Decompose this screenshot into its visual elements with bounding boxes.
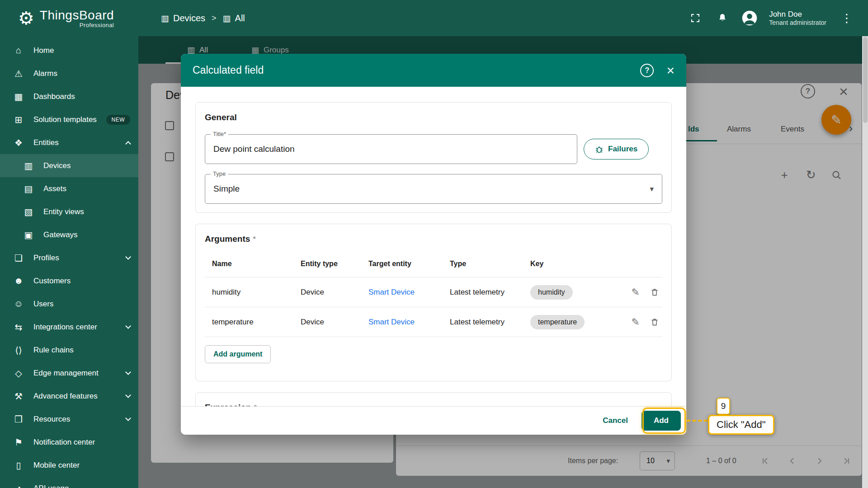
rule-chains-icon: ⟨⟩ — [13, 345, 24, 356]
users-icon: ☺ — [13, 299, 24, 309]
title-input[interactable]: Title* Dew point calculation — [205, 134, 577, 164]
sidebar-item-devices[interactable]: ▥ Devices — [0, 154, 138, 177]
new-badge: NEW — [106, 115, 131, 125]
title-input-value: Dew point calculation — [213, 144, 295, 154]
chevron-down-icon — [125, 369, 131, 375]
arg-target-link[interactable]: Smart Device — [368, 318, 450, 327]
gateways-icon: ▣ — [23, 230, 34, 240]
chevron-down-icon — [125, 415, 131, 421]
sidebar-item-profiles[interactable]: ❏ Profiles — [0, 246, 138, 269]
entities-icon: ❖ — [13, 137, 24, 148]
mobile-center-icon: ▯ — [13, 460, 24, 471]
device-icon: ▥ — [161, 13, 169, 23]
arguments-table: Name Entity type Target entity Type Key … — [205, 250, 662, 337]
devices-icon: ▥ — [23, 160, 34, 171]
edit-argument-button[interactable]: ✎ — [632, 316, 640, 328]
notification-center-icon: ⚑ — [13, 437, 24, 448]
sidebar-item-dashboards[interactable]: ▦ Dashboards — [0, 85, 138, 108]
dialog-help-button[interactable]: ? — [640, 64, 654, 77]
dashboards-icon: ▦ — [13, 91, 24, 102]
add-argument-button[interactable]: Add argument — [205, 345, 271, 363]
sidebar-item-users[interactable]: ☺ Users — [0, 292, 138, 315]
edit-argument-button[interactable]: ✎ — [632, 286, 640, 298]
sidebar-item-integrations-center[interactable]: ⇆ Integrations center — [0, 315, 138, 338]
sidebar-item-customers[interactable]: ☻ Customers — [0, 269, 138, 292]
delete-argument-button[interactable] — [650, 317, 660, 327]
type-select[interactable]: Type Simple ▾ — [205, 174, 662, 204]
col-entity-type: Entity type — [301, 260, 368, 268]
sidebar-item-api-usage[interactable]: ◔ API usage — [0, 477, 138, 488]
chevron-down-icon — [125, 323, 131, 329]
api-usage-icon: ◔ — [13, 483, 24, 488]
sidebar-item-advanced-features[interactable]: ⚒ Advanced features — [0, 385, 138, 408]
advanced-features-icon: ⚒ — [13, 391, 24, 402]
arg-entity-type: Device — [301, 318, 368, 327]
arguments-section: Arguments* Name Entity type Target entit… — [195, 224, 672, 381]
arg-name: humidity — [212, 288, 301, 297]
delete-argument-button[interactable] — [650, 287, 660, 297]
table-row: humidity Device Smart Device Latest tele… — [205, 277, 662, 307]
chevron-down-icon — [125, 392, 131, 398]
col-target-entity: Target entity — [368, 260, 450, 268]
sidebar: ⌂ Home ⚠ Alarms ▦ Dashboards ⊞ Solution … — [0, 36, 138, 488]
sidebar-item-notification-center[interactable]: ⚑ Notification center — [0, 431, 138, 454]
user-role: Tenant administrator — [769, 19, 826, 27]
cancel-button[interactable]: Cancel — [603, 416, 628, 425]
arg-type: Latest telemetry — [450, 288, 530, 297]
annotation-callout: Click "Add" — [708, 415, 774, 435]
dialog-body: General Title* Dew point calculation Fai… — [181, 87, 686, 406]
sidebar-item-solution-templates[interactable]: ⊞ Solution templates NEW — [0, 108, 138, 131]
page-scrollbar[interactable] — [862, 36, 868, 488]
dialog-close-button[interactable]: × — [666, 64, 675, 77]
trash-icon — [650, 287, 660, 297]
profiles-icon: ❏ — [13, 253, 24, 263]
fullscreen-button[interactable] — [688, 10, 703, 26]
logo-gear-icon: ⚙ — [18, 9, 34, 27]
expression-section: Expression* — [195, 392, 672, 406]
sidebar-item-entities[interactable]: ❖ Entities — [0, 131, 138, 154]
breadcrumb-devices-label: Devices — [173, 13, 205, 23]
sidebar-item-alarms[interactable]: ⚠ Alarms — [0, 62, 138, 85]
trash-icon — [650, 317, 660, 327]
add-button[interactable]: Add — [642, 411, 681, 431]
notifications-button[interactable] — [715, 10, 730, 26]
kebab-menu-icon[interactable]: ⋮ — [838, 11, 855, 25]
sidebar-item-edge-management[interactable]: ◇ Edge management — [0, 361, 138, 385]
sidebar-item-resources[interactable]: ❒ Resources — [0, 408, 138, 431]
breadcrumb-all-label: All — [235, 13, 245, 23]
col-key: Key — [530, 260, 619, 268]
arg-type: Latest telemetry — [450, 318, 530, 327]
annotation-step-badge: 9 — [717, 398, 730, 415]
title-input-label: Title* — [211, 131, 228, 137]
brand-subtitle: Professional — [80, 22, 114, 28]
sidebar-item-entity-views[interactable]: ▧ Entity views — [0, 200, 138, 223]
dialog-footer: Cancel Add — [181, 406, 686, 435]
arg-name: temperature — [212, 318, 301, 327]
scrollbar-thumb[interactable] — [863, 37, 868, 123]
failures-button[interactable]: Failures — [584, 139, 649, 160]
arg-target-link[interactable]: Smart Device — [368, 288, 450, 297]
group-icon: ▥ — [223, 13, 231, 23]
sidebar-item-gateways[interactable]: ▣ Gateways — [0, 223, 138, 246]
breadcrumb-devices[interactable]: ▥ Devices — [161, 13, 205, 23]
sidebar-item-mobile-center[interactable]: ▯ Mobile center — [0, 454, 138, 477]
sidebar-item-assets[interactable]: ▤ Assets — [0, 177, 138, 200]
user-name: John Doe — [769, 9, 826, 19]
app-logo[interactable]: ⚙ ThingsBoard Professional — [0, 8, 138, 28]
chevron-down-icon — [125, 254, 131, 260]
sidebar-item-home[interactable]: ⌂ Home — [0, 39, 138, 62]
arguments-heading: Arguments* — [205, 234, 662, 244]
col-name: Name — [212, 260, 301, 268]
caret-down-icon: ▾ — [650, 184, 654, 194]
entity-views-icon: ▧ — [23, 206, 34, 217]
expression-heading: Expression* — [205, 403, 662, 406]
user-avatar[interactable] — [742, 10, 757, 26]
bell-icon — [717, 13, 728, 23]
breadcrumb-all[interactable]: ▥ All — [223, 13, 245, 23]
user-menu[interactable]: John Doe Tenant administrator — [769, 9, 826, 27]
type-select-value: Simple — [213, 184, 240, 194]
required-mark: * — [253, 235, 256, 244]
sidebar-item-rule-chains[interactable]: ⟨⟩ Rule chains — [0, 338, 138, 361]
help-icon: ? — [645, 66, 650, 75]
arg-entity-type: Device — [301, 288, 368, 297]
